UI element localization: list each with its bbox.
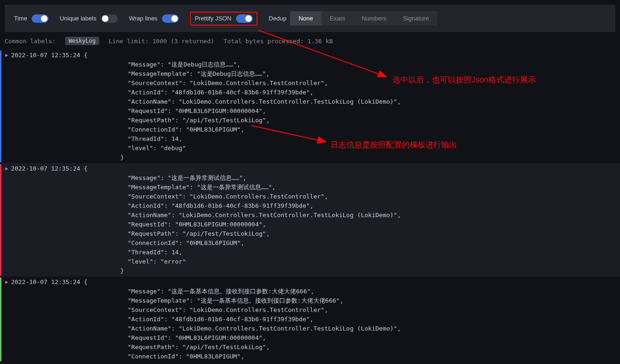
log-timestamp: 2022-10-07 12:35:24 (11, 51, 84, 60)
log-row: ▶ 2022-10-07 12:35:24 { "Message": "这是一条… (0, 277, 620, 362)
wrap-lines-toggle-label: Wrap lines (129, 15, 157, 22)
prettify-json-highlight: Prettify JSON (190, 12, 257, 26)
time-toggle-label: Time (14, 15, 27, 22)
log-body: { "Message": "这是Debug日志信息……", "MessageTe… (84, 51, 620, 162)
unique-labels-toggle-group: Unique labels (60, 14, 118, 23)
log-row: ▶ 2022-10-07 12:35:24 { "Message": "这是一条… (0, 163, 620, 277)
bytes-label: Total bytes processed: (223, 38, 303, 45)
log-body: { "Message": "这是一条基本信息。接收到接口参数:大佬大佬666",… (84, 278, 620, 361)
prettify-json-toggle[interactable] (236, 14, 253, 23)
log-body: { "Message": "这是一条异常测试信息……", "MessageTem… (84, 164, 620, 276)
log-timestamp: 2022-10-07 12:35:24 (11, 278, 84, 287)
common-labels-label: Common labels: (5, 38, 56, 45)
wrap-lines-toggle[interactable] (162, 14, 179, 23)
log-row: ▶ 2022-10-07 12:35:24 { "Message": "这是De… (0, 50, 620, 163)
expand-caret-icon[interactable]: ▶ (1, 51, 11, 60)
log-timestamp: 2022-10-07 12:35:24 (11, 164, 84, 173)
time-toggle-group: Time (14, 14, 48, 23)
meta-bar: Common labels: WeskyLog Line limit: 1000… (0, 32, 620, 50)
unique-labels-toggle[interactable] (101, 14, 118, 23)
level-bar-debug (0, 51, 1, 162)
expand-caret-icon[interactable]: ▶ (1, 164, 11, 173)
dedup-numbers-button[interactable]: Numbers (353, 11, 395, 26)
level-bar-error (0, 164, 1, 276)
wrap-lines-toggle-group: Wrap lines (129, 14, 179, 23)
line-limit-value: 1000 (3 returned) (152, 38, 214, 45)
line-limit-label: Line limit: (108, 38, 148, 45)
dedup-exact-button[interactable]: Exact (322, 11, 354, 26)
dedup-label: Dedup (269, 15, 286, 22)
common-labels-badge: WeskyLog (65, 37, 100, 45)
prettify-json-toggle-label: Prettify JSON (195, 15, 231, 22)
level-bar-info (0, 278, 1, 361)
unique-labels-toggle-label: Unique labels (60, 15, 96, 22)
log-toolbar: Time Unique labels Wrap lines Prettify J… (5, 5, 615, 32)
time-toggle[interactable] (32, 14, 48, 23)
log-list: ▶ 2022-10-07 12:35:24 { "Message": "这是De… (0, 50, 620, 362)
dedup-button-group: None Exact Numbers Signature (290, 11, 437, 26)
dedup-signature-button[interactable]: Signature (395, 11, 438, 26)
dedup-group: Dedup None Exact Numbers Signature (269, 11, 437, 26)
expand-caret-icon[interactable]: ▶ (1, 278, 11, 287)
dedup-none-button[interactable]: None (290, 11, 321, 26)
bytes-value: 1.36 kB (307, 38, 333, 45)
